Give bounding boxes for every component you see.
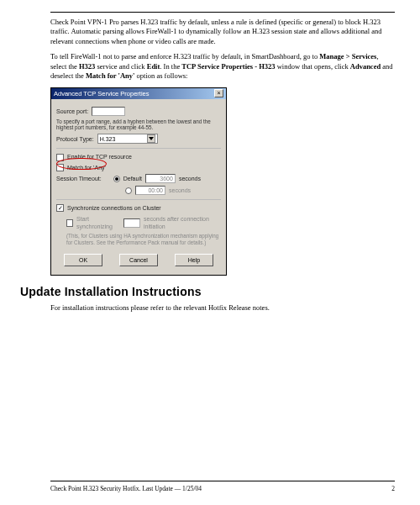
bold-edit: Edit	[147, 62, 160, 71]
port-range-hint: To specify a port range, add a hyphen be…	[56, 118, 221, 130]
page-footer: Check Point H.323 Security Hotfix. Last …	[50, 481, 395, 493]
txt: To tell FireWall-1 not to parse and enfo…	[50, 52, 319, 60]
match-any-row: Match for 'Any'	[56, 164, 221, 171]
help-button[interactable]: Help	[175, 254, 213, 266]
protocol-type-select[interactable]: H.323	[97, 134, 158, 144]
protocol-type-label: Protocol Type:	[56, 135, 94, 143]
delayed-sync-label: Start synchronizing	[76, 215, 120, 231]
session-timeout-row: Session Timeout: Default 3600 seconds	[56, 174, 221, 183]
match-any-label: Match for 'Any'	[67, 164, 106, 171]
source-port-input[interactable]	[92, 107, 125, 116]
bold-match-any: Match for 'Any'	[86, 71, 134, 80]
radio-other-icon[interactable]	[125, 187, 132, 194]
txt: service and click	[95, 62, 146, 71]
bold-h323: H323	[79, 62, 95, 71]
separator-2	[56, 199, 221, 200]
timeout-mode-label: Default	[123, 175, 142, 182]
bold-manage-services: Manage > Services	[319, 52, 376, 60]
match-any-checkbox[interactable]	[56, 164, 64, 171]
delayed-sync-value	[123, 218, 140, 228]
source-port-row: Source port:	[56, 107, 221, 116]
txt: option as follows:	[134, 71, 187, 80]
source-port-label: Source port:	[56, 108, 88, 115]
ok-button[interactable]: OK	[64, 254, 102, 266]
timeout-default-value: 3600	[145, 174, 176, 183]
delayed-sync-note: (This, for Clusters using HA synchroniza…	[56, 233, 221, 245]
page-number: 2	[391, 485, 395, 493]
dialog-titlebar: Advanced TCP Service Properties ×	[51, 88, 226, 99]
protocol-type-value: H.323	[100, 135, 116, 143]
chevron-down-icon	[147, 134, 155, 143]
enable-tcp-checkbox[interactable]	[56, 154, 64, 161]
radio-default-icon[interactable]	[113, 176, 120, 182]
timeout-unit-1: seconds	[179, 175, 201, 182]
paragraph-intro: Check Point VPN-1 Pro parses H.323 traff…	[50, 18, 395, 46]
cancel-button[interactable]: Cancel	[119, 254, 158, 266]
svg-marker-0	[149, 137, 154, 140]
bottom-horizontal-rule	[50, 481, 395, 481]
paragraph-instructions: To tell FireWall-1 not to parse and enfo…	[50, 52, 395, 81]
top-horizontal-rule	[50, 12, 395, 13]
close-icon[interactable]: ×	[214, 89, 223, 97]
dialog-button-bar: OK Cancel Help	[56, 249, 221, 271]
bold-advanced: Advanced	[350, 62, 381, 71]
dialog-advanced-tcp-service-properties: Advanced TCP Service Properties × Source…	[50, 87, 227, 276]
dialog-body: Source port: To specify a port range, ad…	[51, 99, 226, 275]
delayed-sync-suffix: seconds after connection initiation	[144, 215, 221, 231]
protocol-type-row: Protocol Type: H.323	[56, 134, 221, 144]
dialog-title: Advanced TCP Service Properties	[54, 88, 150, 99]
delayed-sync-row: Start synchronizing seconds after connec…	[56, 215, 221, 231]
install-instructions-text: For installation instructions please ref…	[50, 303, 395, 313]
session-timeout-row-2: 00:00 seconds	[56, 186, 221, 195]
section-heading-update-install: Update Installation Instructions	[20, 284, 395, 300]
txt: . In the	[160, 62, 181, 71]
enable-tcp-label: Enable for TCP resource	[67, 153, 132, 160]
session-timeout-label: Session Timeout:	[56, 175, 102, 182]
install-text-block: For installation instructions please ref…	[50, 303, 395, 313]
bold-tcp-props: TCP Service Properties - H323	[181, 62, 275, 71]
sync-cluster-row: ✓ Synchronize connections on Cluster	[56, 204, 221, 212]
sync-cluster-label: Synchronize connections on Cluster	[67, 204, 161, 212]
sync-cluster-checkbox[interactable]: ✓	[56, 204, 64, 212]
timeout-other-value: 00:00	[135, 186, 165, 195]
timeout-unit-2: seconds	[169, 187, 191, 194]
enable-tcp-row: Enable for TCP resource	[56, 153, 221, 160]
delayed-sync-checkbox	[66, 219, 73, 227]
footer-left: Check Point H.323 Security Hotfix. Last …	[50, 485, 202, 493]
body-text-block: Check Point VPN-1 Pro parses H.323 traff…	[50, 18, 395, 82]
txt: window that opens, click	[276, 62, 350, 71]
separator	[56, 148, 221, 149]
